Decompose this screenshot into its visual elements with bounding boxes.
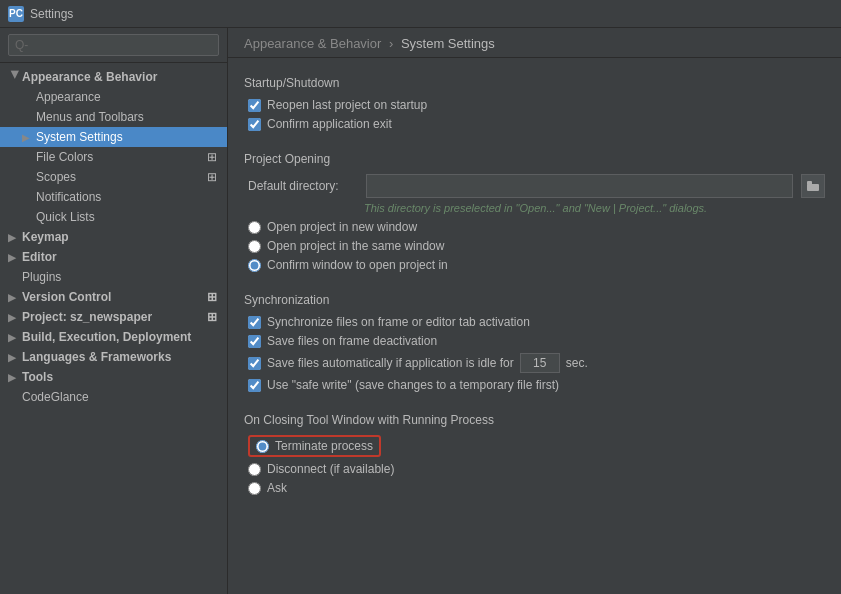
search-box [0, 28, 227, 63]
expand-arrow: ▶ [8, 292, 22, 303]
confirm-window-row: Confirm window to open project in [244, 258, 825, 272]
sidebar-item-tools[interactable]: ▶ Tools [0, 367, 227, 387]
title-bar-text: Settings [30, 7, 73, 21]
ask-radio[interactable] [248, 482, 261, 495]
sidebar-label: Notifications [36, 190, 219, 204]
project-opening-title: Project Opening [244, 152, 825, 166]
confirm-exit-row: Confirm application exit [244, 117, 825, 131]
sidebar-label: Languages & Frameworks [22, 350, 219, 364]
default-dir-input[interactable] [366, 174, 793, 198]
ask-row: Ask [244, 481, 825, 495]
sidebar-item-build-execution[interactable]: ▶ Build, Execution, Deployment [0, 327, 227, 347]
terminate-process-row: Terminate process [244, 435, 825, 457]
sidebar-label: Build, Execution, Deployment [22, 330, 219, 344]
save-deactivation-label: Save files on frame deactivation [267, 334, 437, 348]
sidebar-label: Keymap [22, 230, 219, 244]
sidebar-label: Plugins [22, 270, 219, 284]
sidebar-label: Quick Lists [36, 210, 219, 224]
sidebar-item-keymap[interactable]: ▶ Keymap [0, 227, 227, 247]
confirm-exit-label: Confirm application exit [267, 117, 392, 131]
sidebar-label: Version Control [22, 290, 205, 304]
sidebar-label: File Colors [36, 150, 205, 164]
sidebar-label: Editor [22, 250, 219, 264]
terminate-process-radio[interactable] [256, 440, 269, 453]
sidebar-item-notifications[interactable]: Notifications [0, 187, 227, 207]
expand-arrow: ▶ [8, 252, 22, 263]
settings-icon: ⊞ [205, 170, 219, 184]
sidebar-item-languages-frameworks[interactable]: ▶ Languages & Frameworks [0, 347, 227, 367]
sidebar-item-appearance-behavior[interactable]: ▶ Appearance & Behavior [0, 67, 227, 87]
open-same-window-row: Open project in the same window [244, 239, 825, 253]
sidebar-item-menus-toolbars[interactable]: Menus and Toolbars [0, 107, 227, 127]
save-idle-label: Save files automatically if application … [267, 356, 514, 370]
sidebar-label: Appearance & Behavior [22, 70, 219, 84]
safe-write-label: Use "safe write" (save changes to a temp… [267, 378, 559, 392]
open-same-window-radio[interactable] [248, 240, 261, 253]
default-dir-label: Default directory: [248, 179, 358, 193]
sidebar-label: Scopes [36, 170, 205, 184]
content-panel: Appearance & Behavior › System Settings … [228, 28, 841, 594]
on-closing-section: On Closing Tool Window with Running Proc… [244, 413, 825, 495]
reopen-last-project-checkbox[interactable] [248, 99, 261, 112]
ask-label: Ask [267, 481, 287, 495]
sidebar-item-project[interactable]: ▶ Project: sz_newspaper ⊞ [0, 307, 227, 327]
idle-value-input[interactable] [520, 353, 560, 373]
sidebar-label: System Settings [36, 130, 219, 144]
open-new-window-row: Open project in new window [244, 220, 825, 234]
safe-write-checkbox[interactable] [248, 379, 261, 392]
reopen-last-project-row: Reopen last project on startup [244, 98, 825, 112]
sidebar-item-quick-lists[interactable]: Quick Lists [0, 207, 227, 227]
sidebar-label: Menus and Toolbars [36, 110, 219, 124]
settings-icon: ⊞ [205, 150, 219, 164]
expand-arrow: ▶ [22, 132, 36, 143]
sync-files-row: Synchronize files on frame or editor tab… [244, 315, 825, 329]
sidebar-item-scopes[interactable]: Scopes ⊞ [0, 167, 227, 187]
project-opening-section: Project Opening Default directory: This … [244, 152, 825, 272]
sidebar-tree: ▶ Appearance & Behavior Appearance Menus… [0, 63, 227, 594]
confirm-window-radio[interactable] [248, 259, 261, 272]
open-new-window-label: Open project in new window [267, 220, 417, 234]
breadcrumb: Appearance & Behavior › System Settings [228, 28, 841, 58]
sidebar-item-editor[interactable]: ▶ Editor [0, 247, 227, 267]
default-dir-hint: This directory is preselected in "Open..… [364, 202, 825, 214]
svg-rect-1 [807, 181, 812, 185]
terminate-process-label: Terminate process [275, 439, 373, 453]
terminate-process-highlight: Terminate process [248, 435, 381, 457]
sidebar-item-version-control[interactable]: ▶ Version Control ⊞ [0, 287, 227, 307]
open-new-window-radio[interactable] [248, 221, 261, 234]
expand-arrow: ▶ [8, 352, 22, 363]
expand-arrow: ▶ [8, 332, 22, 343]
sidebar-label: Appearance [36, 90, 219, 104]
expand-arrow: ▶ [8, 312, 22, 323]
save-idle-checkbox[interactable] [248, 357, 261, 370]
synchronization-title: Synchronization [244, 293, 825, 307]
reopen-last-project-label: Reopen last project on startup [267, 98, 427, 112]
open-same-window-label: Open project in the same window [267, 239, 444, 253]
save-idle-row: Save files automatically if application … [244, 353, 825, 373]
disconnect-label: Disconnect (if available) [267, 462, 394, 476]
sidebar-label: Tools [22, 370, 219, 384]
startup-shutdown-section: Startup/Shutdown Reopen last project on … [244, 76, 825, 131]
startup-shutdown-title: Startup/Shutdown [244, 76, 825, 90]
app-icon: PC [8, 6, 24, 22]
default-dir-row: Default directory: [248, 174, 825, 198]
expand-arrow: ▶ [8, 232, 22, 243]
confirm-exit-checkbox[interactable] [248, 118, 261, 131]
safe-write-row: Use "safe write" (save changes to a temp… [244, 378, 825, 392]
disconnect-radio[interactable] [248, 463, 261, 476]
confirm-window-label: Confirm window to open project in [267, 258, 448, 272]
sidebar-item-codeglance[interactable]: CodeGlance [0, 387, 227, 407]
browse-dir-button[interactable] [801, 174, 825, 198]
sidebar-item-plugins[interactable]: Plugins [0, 267, 227, 287]
sidebar-item-appearance[interactable]: Appearance [0, 87, 227, 107]
sidebar-item-file-colors[interactable]: File Colors ⊞ [0, 147, 227, 167]
settings-icon: ⊞ [205, 310, 219, 324]
search-input[interactable] [8, 34, 219, 56]
save-deactivation-checkbox[interactable] [248, 335, 261, 348]
sync-files-checkbox[interactable] [248, 316, 261, 329]
sync-files-label: Synchronize files on frame or editor tab… [267, 315, 530, 329]
synchronization-section: Synchronization Synchronize files on fra… [244, 293, 825, 392]
settings-icon: ⊞ [205, 290, 219, 304]
on-closing-title: On Closing Tool Window with Running Proc… [244, 413, 825, 427]
sidebar-item-system-settings[interactable]: ▶ System Settings [0, 127, 227, 147]
